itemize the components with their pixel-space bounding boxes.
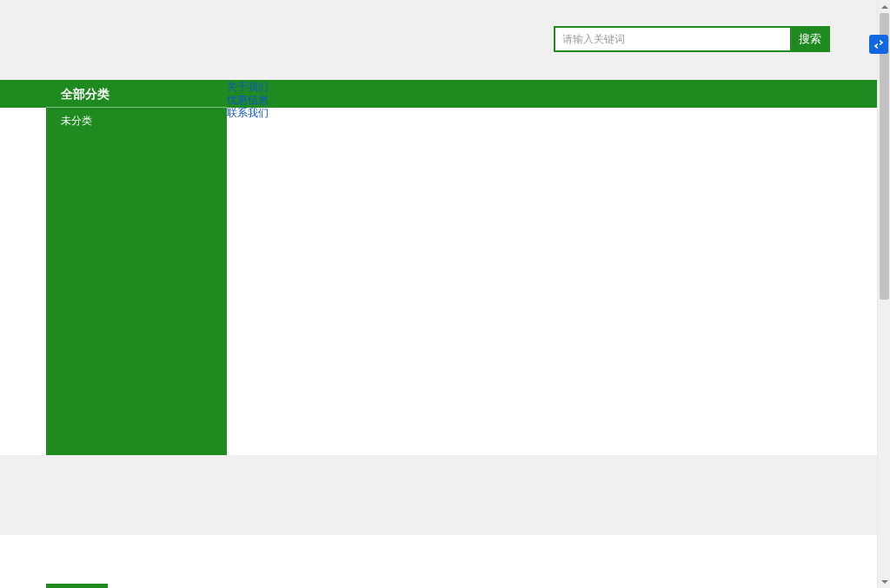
scrollbar-up-button[interactable] [878, 0, 890, 13]
nav-link-contact[interactable]: 联系我们 [227, 107, 269, 120]
search-container: 搜索 [554, 26, 830, 52]
nav-link-about[interactable]: 关于我们 [227, 81, 269, 94]
nav-link-promo[interactable]: 优惠信息 [227, 94, 269, 107]
nav-links: 关于我们 优惠信息 联系我们 [227, 81, 269, 120]
footer-band [0, 535, 877, 588]
chevron-down-icon [881, 580, 888, 584]
chevron-up-icon [881, 5, 888, 9]
search-input[interactable] [554, 26, 790, 52]
category-sidebar: 全部分类 未分类 [46, 80, 227, 455]
scrollbar-thumb[interactable] [880, 13, 889, 300]
footer-accent-tab [46, 584, 108, 588]
sidebar-header: 全部分类 [46, 80, 227, 108]
swap-icon [872, 37, 886, 51]
vertical-scrollbar[interactable] [877, 0, 890, 588]
scrollbar-track[interactable] [878, 13, 890, 575]
ime-switch-icon[interactable] [869, 35, 888, 54]
search-button[interactable]: 搜索 [790, 26, 830, 52]
sidebar-item-uncategorized[interactable]: 未分类 [46, 108, 227, 134]
page-viewport: 搜索 全部分类 未分类 关于我们 优惠信息 联系我们 [0, 0, 877, 588]
scrollbar-down-button[interactable] [878, 575, 890, 588]
top-bar: 搜索 [0, 0, 877, 80]
gap-strip [0, 455, 877, 535]
